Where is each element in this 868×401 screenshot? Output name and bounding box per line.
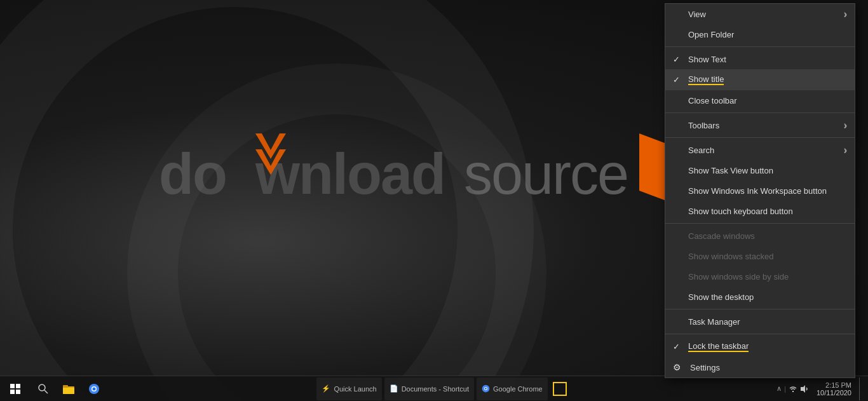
menu-item-cascade-windows: Cascade windows [665, 226, 855, 246]
quick-launch-label: Quick Launch [334, 385, 376, 393]
check-show-title: ✓ [673, 75, 680, 85]
svg-rect-13 [16, 390, 20, 394]
search-icon [38, 384, 48, 394]
quick-launch-item[interactable]: ⚡ Quick Launch [316, 377, 381, 400]
documents-shortcut-item[interactable]: 📄 Documents - Shortcut [384, 377, 474, 400]
taskbar-search-button[interactable] [31, 376, 56, 402]
menu-item-show-ink-workspace-label: Show Windows Ink Workspace button [688, 186, 827, 196]
menu-item-view-label: View [688, 10, 706, 19]
menu-item-toolbars[interactable]: Toolbars › [665, 115, 855, 135]
menu-item-show-ink-workspace[interactable]: Show Windows Ink Workspace button [665, 180, 855, 201]
svg-marker-4 [255, 149, 286, 175]
svg-rect-18 [63, 385, 68, 388]
menu-item-show-task-view[interactable]: Show Task View button [665, 160, 855, 180]
chrome-button[interactable] [81, 376, 107, 402]
start-icon [10, 384, 20, 394]
check-show-text: ✓ [673, 55, 680, 64]
chrome-taskbar-icon [482, 384, 490, 393]
chrome-taskbar-item[interactable]: Google Chrome [477, 377, 548, 400]
menu-item-open-folder-label: Open Folder [688, 30, 734, 39]
divider-5 [665, 309, 855, 309]
check-lock-taskbar: ✓ [673, 342, 680, 351]
submenu-arrow-toolbars: › [844, 120, 847, 131]
menu-item-search[interactable]: Search › [665, 140, 855, 160]
clock-time: 2:15 PM [817, 381, 851, 389]
clock-date: 10/11/2020 [817, 389, 851, 397]
menu-item-show-text-label: Show Text [688, 55, 726, 64]
settings-gear-icon: ⚙ [673, 362, 681, 372]
divider-3 [665, 137, 855, 138]
submenu-arrow-search: › [844, 145, 847, 156]
tray-icons: ∧ [776, 384, 782, 393]
divider-2 [665, 112, 855, 113]
chrome-icon [88, 383, 100, 395]
divider-4 [665, 223, 855, 224]
file-explorer-button[interactable] [56, 376, 81, 402]
menu-item-lock-taskbar-label: Lock the taskbar [688, 341, 749, 352]
menu-item-lock-taskbar[interactable]: ✓ Lock the taskbar [665, 336, 855, 357]
documents-label: Documents - Shortcut [402, 385, 469, 393]
taskbar-tray: ∧ | 2:15 PM 10/11/2020 [776, 376, 868, 402]
svg-point-21 [93, 387, 96, 390]
svg-point-24 [485, 388, 487, 390]
svg-text:do: do [159, 142, 226, 206]
menu-item-settings-label: Settings [690, 363, 720, 372]
yellow-desktop-box[interactable] [553, 382, 567, 396]
menu-item-cascade-windows-label: Cascade windows [688, 231, 755, 241]
menu-item-show-title[interactable]: ✓ Show title [665, 69, 855, 90]
svg-marker-3 [255, 133, 286, 159]
documents-icon: 📄 [390, 384, 398, 393]
menu-item-close-toolbar[interactable]: Close toolbar [665, 90, 855, 111]
logo-svg: do wnload source [159, 89, 635, 267]
menu-item-show-windows-stacked: Show windows stacked [665, 246, 855, 266]
menu-item-show-text[interactable]: ✓ Show Text [665, 49, 855, 69]
svg-text:wnload: wnload [255, 142, 445, 206]
file-explorer-icon [63, 384, 74, 394]
menu-item-show-desktop-label: Show the desktop [688, 292, 754, 302]
menu-item-close-toolbar-label: Close toolbar [688, 96, 737, 105]
wifi-icon [789, 384, 797, 393]
menu-item-task-manager-label: Task Manager [688, 317, 740, 327]
menu-item-show-touch-keyboard[interactable]: Show touch keyboard button [665, 201, 855, 221]
show-desktop-button[interactable] [859, 377, 863, 400]
svg-point-14 [39, 384, 45, 391]
menu-item-show-task-view-label: Show Task View button [688, 166, 773, 175]
svg-rect-17 [63, 388, 74, 394]
quick-launch-icon: ⚡ [322, 384, 330, 393]
divider-6 [665, 334, 855, 334]
menu-item-open-folder[interactable]: Open Folder [665, 24, 855, 44]
menu-item-search-label: Search [688, 146, 714, 155]
svg-rect-12 [10, 390, 15, 394]
menu-item-task-manager[interactable]: Task Manager [665, 311, 855, 332]
menu-item-show-windows-stacked-label: Show windows stacked [688, 252, 773, 261]
menu-item-show-windows-side: Show windows side by side [665, 266, 855, 287]
chrome-taskbar-label: Google Chrome [493, 385, 543, 393]
taskbar-center: ⚡ Quick Launch 📄 Documents - Shortcut Go… [107, 377, 776, 400]
svg-rect-10 [10, 384, 15, 388]
menu-item-show-touch-keyboard-label: Show touch keyboard button [688, 207, 793, 216]
menu-item-settings[interactable]: ⚙ Settings [665, 357, 855, 377]
system-clock[interactable]: 2:15 PM 10/11/2020 [811, 381, 857, 397]
divider-1 [665, 46, 855, 47]
tray-separator: | [784, 385, 786, 393]
svg-rect-11 [16, 384, 20, 388]
menu-item-show-desktop[interactable]: Show the desktop [665, 287, 855, 307]
menu-item-view[interactable]: View › [665, 4, 855, 24]
svg-marker-25 [801, 385, 805, 393]
menu-item-show-title-label: Show title [688, 74, 724, 85]
volume-icon [800, 384, 809, 393]
menu-item-show-windows-side-label: Show windows side by side [688, 272, 789, 282]
menu-item-toolbars-label: Toolbars [688, 121, 719, 130]
submenu-arrow-view: › [844, 9, 847, 20]
start-button[interactable] [0, 376, 31, 402]
svg-line-15 [44, 390, 48, 393]
taskbar: ⚡ Quick Launch 📄 Documents - Shortcut Go… [0, 376, 868, 401]
context-menu: View › Open Folder ✓ Show Text ✓ Show ti… [665, 3, 855, 378]
